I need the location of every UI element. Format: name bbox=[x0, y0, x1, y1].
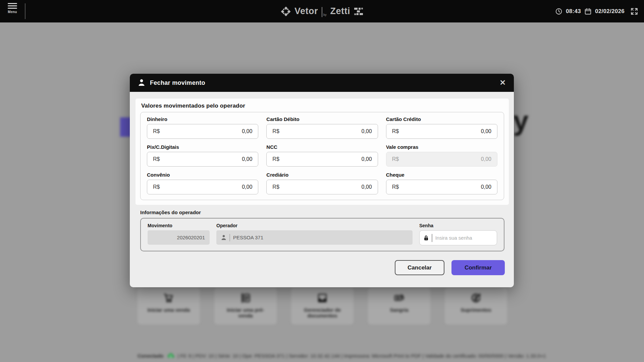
senha-field: Senha bbox=[419, 223, 497, 245]
dialog-actions: Cancelar Confirmar bbox=[130, 260, 505, 275]
currency-prefix: R$ bbox=[272, 156, 279, 162]
brand-company-name: Zetti bbox=[330, 6, 351, 16]
movimento-readonly-value: 2026020201 bbox=[148, 230, 210, 245]
field-label: Vale compras bbox=[386, 144, 497, 150]
operator-person-icon bbox=[138, 79, 145, 87]
zetti-logo-icon bbox=[354, 7, 363, 15]
currency-prefix: R$ bbox=[272, 184, 279, 190]
crediario-input[interactable]: R$ 0,00 bbox=[266, 180, 378, 194]
dinheiro-input[interactable]: R$ 0,00 bbox=[147, 124, 258, 139]
field-label: Dinheiro bbox=[147, 116, 258, 122]
card-suprimentos[interactable]: Suprimentos bbox=[445, 288, 507, 324]
operador-value: PESSOA 371 bbox=[233, 235, 263, 240]
cartao-credito-input[interactable]: R$ 0,00 bbox=[386, 124, 497, 139]
amount-value: 0,00 bbox=[362, 184, 372, 190]
senha-input[interactable] bbox=[435, 235, 493, 241]
currency-prefix: R$ bbox=[392, 184, 399, 190]
field-label: Pix/C.Digitais bbox=[147, 144, 258, 150]
status-details: | Fil: 9 | PDV: 10 | Série: 10 | Ope: PE… bbox=[178, 353, 546, 359]
amount-value: 0,00 bbox=[362, 156, 372, 162]
currency-prefix: R$ bbox=[392, 128, 399, 134]
values-fields-group: Dinheiro R$ 0,00 Cartão Débito R$ 0,00 C… bbox=[140, 112, 504, 200]
card-iniciar-pre-venda[interactable]: Iniciar uma pré-venda bbox=[214, 288, 277, 324]
amount-value: 0,00 bbox=[362, 128, 372, 134]
operator-info-group: Movimento 2026020201 Operador PESSOA 371… bbox=[140, 218, 504, 251]
amount-value: 0,00 bbox=[481, 128, 491, 134]
operator-section-heading: Informações do operador bbox=[140, 209, 514, 215]
money-field-pix-digitais: Pix/C.Digitais R$ 0,00 bbox=[147, 144, 258, 167]
currency-prefix: R$ bbox=[153, 184, 160, 190]
money-field-ncc: NCC R$ 0,00 bbox=[266, 144, 378, 167]
brand-by-divider: by bbox=[322, 6, 327, 17]
pix-digitais-input[interactable]: R$ 0,00 bbox=[147, 152, 258, 167]
movimento-field: Movimento 2026020201 bbox=[148, 223, 210, 245]
operador-readonly-value: PESSOA 371 bbox=[216, 230, 413, 245]
money-field-convenio: Convênio R$ 0,00 bbox=[147, 172, 258, 194]
currency-prefix: R$ bbox=[153, 128, 160, 134]
topbar-status-area: 08:43 02/02/2026 bbox=[555, 0, 639, 22]
field-label: NCC bbox=[266, 144, 378, 150]
cancel-button[interactable]: Cancelar bbox=[395, 260, 444, 275]
amount-value: 0,00 bbox=[481, 156, 491, 162]
topbar-time: 08:43 bbox=[566, 8, 581, 15]
card-iniciar-venda[interactable]: Iniciar uma venda bbox=[138, 288, 200, 324]
dialog-header: Fechar movimento ✕ bbox=[130, 74, 514, 92]
pre-sale-list-icon bbox=[214, 292, 277, 304]
card-label: Iniciar uma pré-venda bbox=[222, 307, 269, 319]
cart-icon bbox=[138, 292, 200, 304]
card-label: Sangria bbox=[376, 307, 423, 313]
brand-logo: Vetor by Zetti bbox=[0, 0, 644, 22]
card-label: Iniciar uma venda bbox=[145, 307, 192, 313]
ncc-input[interactable]: R$ 0,00 bbox=[266, 152, 378, 167]
currency-prefix: R$ bbox=[392, 156, 399, 162]
close-icon[interactable]: ✕ bbox=[500, 79, 506, 86]
operador-field: Operador PESSOA 371 bbox=[216, 223, 413, 245]
brand-product-name: Vetor bbox=[294, 6, 318, 16]
values-panel: Valores movimentados pelo operador Dinhe… bbox=[136, 99, 509, 205]
field-separator bbox=[229, 234, 230, 241]
movimento-label: Movimento bbox=[148, 223, 210, 228]
document-tray-icon bbox=[291, 292, 354, 304]
vale-compras-input-disabled: R$ 0,00 bbox=[386, 152, 497, 167]
topbar: Menu Vetor by Zetti bbox=[0, 0, 644, 22]
operador-label: Operador bbox=[216, 223, 413, 228]
confirm-button[interactable]: Confirmar bbox=[451, 260, 505, 275]
dialog-title: Fechar movimento bbox=[150, 79, 205, 86]
currency-prefix: R$ bbox=[153, 156, 160, 162]
card-gerenciador-documentos[interactable]: Gerenciador de documentos bbox=[291, 288, 354, 324]
calendar-icon bbox=[584, 8, 592, 15]
senha-label: Senha bbox=[419, 223, 497, 228]
field-label: Cheque bbox=[386, 172, 497, 178]
lock-icon bbox=[424, 235, 429, 241]
cartao-debito-input[interactable]: R$ 0,00 bbox=[266, 124, 378, 139]
vetor-logo-icon bbox=[281, 6, 291, 16]
money-field-cheque: Cheque R$ 0,00 bbox=[386, 172, 497, 194]
cash-out-icon bbox=[368, 292, 430, 304]
amount-value: 0,00 bbox=[242, 184, 252, 190]
amount-value: 0,00 bbox=[242, 156, 252, 162]
status-bar: Conectado | Fil: 9 | PDV: 10 | Série: 10… bbox=[138, 352, 546, 359]
cheque-input[interactable]: R$ 0,00 bbox=[386, 180, 497, 194]
money-field-cartao-credito: Cartão Crédito R$ 0,00 bbox=[386, 116, 497, 139]
values-section-heading: Valores movimentados pelo operador bbox=[141, 103, 504, 109]
cash-supply-icon bbox=[445, 292, 507, 304]
money-field-vale-compras: Vale compras R$ 0,00 bbox=[386, 144, 497, 167]
amount-value: 0,00 bbox=[242, 128, 252, 134]
topbar-date: 02/02/2026 bbox=[595, 8, 625, 15]
convenio-input[interactable]: R$ 0,00 bbox=[147, 180, 258, 194]
person-small-icon bbox=[221, 235, 226, 241]
amount-value: 0,00 bbox=[481, 184, 491, 190]
card-sangria[interactable]: Sangria bbox=[368, 288, 430, 324]
money-field-crediario: Crediário R$ 0,00 bbox=[266, 172, 378, 194]
money-field-dinheiro: Dinheiro R$ 0,00 bbox=[147, 116, 258, 139]
field-label: Cartão Débito bbox=[266, 116, 378, 122]
home-action-cards: Iniciar uma venda Iniciar uma pré-venda … bbox=[138, 288, 507, 324]
brand-by-label: by bbox=[323, 13, 327, 17]
connection-status-label: Conectado bbox=[138, 353, 164, 359]
background-partial-heading: y bbox=[513, 105, 529, 136]
field-separator bbox=[432, 234, 432, 242]
fullscreen-icon[interactable] bbox=[630, 7, 639, 16]
field-label: Cartão Crédito bbox=[386, 116, 497, 122]
field-label: Convênio bbox=[147, 172, 258, 178]
field-label: Crediário bbox=[266, 172, 378, 178]
